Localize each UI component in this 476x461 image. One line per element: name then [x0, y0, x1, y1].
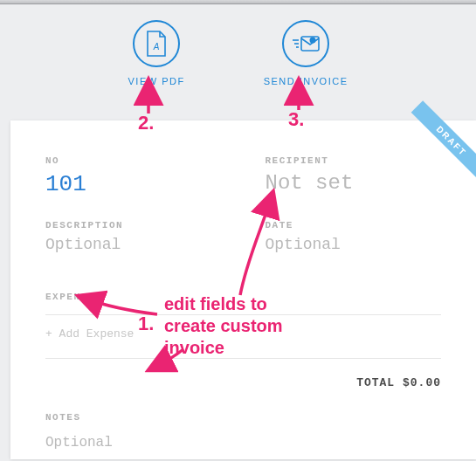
description-label: DESCRIPTION — [45, 220, 222, 230]
send-invoice-label: SEND INVOICE — [264, 76, 348, 86]
add-expense-button[interactable]: + Add Expense — [45, 324, 441, 353]
description-value[interactable]: Optional — [45, 236, 222, 253]
date-label: DATE — [266, 220, 442, 230]
notes-label: NOTES — [45, 412, 441, 423]
expenses-label: EXPENSES — [45, 292, 441, 302]
total-row: TOTAL $0.00 — [45, 368, 441, 412]
actions-row: A VIEW PDF SEND INVOICE — [0, 4, 476, 99]
notes-value[interactable]: Optional — [45, 435, 441, 451]
send-invoice-button[interactable]: SEND INVOICE — [264, 20, 348, 86]
divider — [45, 358, 441, 359]
send-icon — [282, 20, 329, 67]
recipient-value[interactable]: Not set — [266, 171, 442, 195]
svg-text:A: A — [153, 42, 160, 52]
total-label: TOTAL — [356, 376, 395, 389]
divider — [45, 314, 441, 315]
view-pdf-button[interactable]: A VIEW PDF — [128, 20, 184, 86]
pdf-icon: A — [133, 20, 180, 67]
recipient-label: RECIPIENT — [266, 155, 442, 166]
date-value[interactable]: Optional — [266, 236, 442, 253]
no-value[interactable]: 101 — [45, 171, 222, 197]
view-pdf-label: VIEW PDF — [128, 76, 184, 86]
no-label: NO — [45, 155, 222, 166]
total-value: $0.00 — [403, 376, 441, 389]
svg-point-2 — [310, 38, 316, 44]
invoice-card: DRAFT NO 101 RECIPIENT Not set DESCRIPTI… — [10, 120, 476, 459]
